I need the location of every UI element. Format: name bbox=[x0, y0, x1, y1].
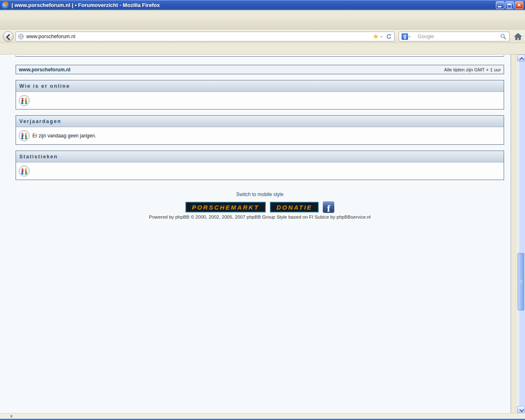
banner-row: PORSCHEMARKT DONATIE bbox=[16, 201, 504, 213]
find-bar: x bbox=[0, 413, 525, 419]
firefox-icon bbox=[2, 2, 9, 9]
birthdays-body: Er zijn vandaag geen jarigen. bbox=[16, 127, 504, 144]
bookmarks-toolbar bbox=[0, 43, 525, 55]
findbar-close-icon[interactable]: x bbox=[10, 413, 13, 418]
forum-page: www.porscheforum.nl Alle tijden zijn GMT… bbox=[16, 55, 504, 219]
search-placeholder[interactable]: Google bbox=[418, 34, 500, 39]
browser-viewport: www.porscheforum.nl Alle tijden zijn GMT… bbox=[0, 55, 511, 413]
online-users-icon bbox=[16, 95, 32, 106]
right-gutter bbox=[511, 55, 517, 413]
url-text[interactable]: www.porscheforum.nl bbox=[26, 34, 373, 39]
url-dropdown-icon[interactable]: ▼ bbox=[380, 35, 383, 38]
phpbb-credit: Powered by phpBB © 2000, 2002, 2005, 200… bbox=[16, 215, 504, 219]
search-engine-dropdown-icon[interactable]: ▼ bbox=[408, 35, 411, 38]
home-icon[interactable] bbox=[514, 33, 522, 42]
statistics-header: Statistieken bbox=[16, 151, 504, 162]
donatie-banner[interactable]: DONATIE bbox=[270, 202, 319, 212]
forum-table bbox=[16, 55, 504, 57]
search-magnifier-icon[interactable] bbox=[500, 33, 507, 40]
scroll-down-icon[interactable] bbox=[517, 406, 525, 413]
whos-online-header: Wie is er online bbox=[16, 80, 504, 92]
reload-icon[interactable] bbox=[386, 34, 392, 40]
birthdays-header: Verjaardagen bbox=[16, 116, 504, 127]
close-button[interactable] bbox=[515, 1, 523, 9]
porschemarkt-banner[interactable]: PORSCHEMARKT bbox=[185, 202, 266, 212]
timezone-note: Alle tijden zijn GMT + 1 uur bbox=[444, 67, 501, 72]
whos-online-body bbox=[16, 92, 504, 109]
google-icon[interactable] bbox=[402, 33, 408, 40]
minimize-button[interactable] bbox=[496, 1, 504, 9]
site-title-bar: www.porscheforum.nl Alle tijden zijn GMT… bbox=[16, 65, 504, 74]
scroll-up-icon[interactable] bbox=[517, 55, 525, 62]
search-bar[interactable]: ▼ Google bbox=[399, 32, 509, 41]
menu-bar bbox=[0, 10, 525, 19]
bookmark-star-icon[interactable]: ★ bbox=[373, 33, 379, 40]
birthdays-text: Er zijn vandaag geen jarigen. bbox=[32, 132, 500, 139]
statistics-icon bbox=[16, 165, 32, 177]
window-controls bbox=[496, 1, 523, 9]
restore-button[interactable] bbox=[505, 1, 514, 9]
window-titlebar: | www.porscheforum.nl | • Forumoverzicht… bbox=[0, 0, 525, 10]
vertical-scrollbar[interactable] bbox=[517, 55, 525, 413]
navigation-toolbar: www.porscheforum.nl ★ ▼ ▼ Google bbox=[0, 30, 525, 43]
url-bar[interactable]: www.porscheforum.nl ★ ▼ bbox=[16, 32, 395, 41]
window-title: | www.porscheforum.nl | • Forumoverzicht… bbox=[11, 2, 496, 8]
birthdays-icon bbox=[16, 130, 32, 142]
statistics-panel: Statistieken bbox=[16, 151, 504, 180]
back-button[interactable] bbox=[3, 31, 14, 42]
whos-online-text bbox=[32, 96, 500, 105]
whos-online-panel: Wie is er online bbox=[16, 80, 504, 110]
scrollbar-thumb[interactable] bbox=[518, 253, 524, 310]
statistics-body bbox=[16, 162, 504, 180]
facebook-icon[interactable] bbox=[323, 201, 334, 213]
site-name[interactable]: www.porscheforum.nl bbox=[19, 67, 71, 73]
tab-strip bbox=[0, 19, 525, 30]
site-globe-icon bbox=[18, 34, 24, 39]
birthdays-panel: Verjaardagen Er zijn vandaag geen jarige… bbox=[16, 115, 504, 145]
mobile-style-link[interactable]: Switch to mobile style bbox=[16, 192, 504, 197]
